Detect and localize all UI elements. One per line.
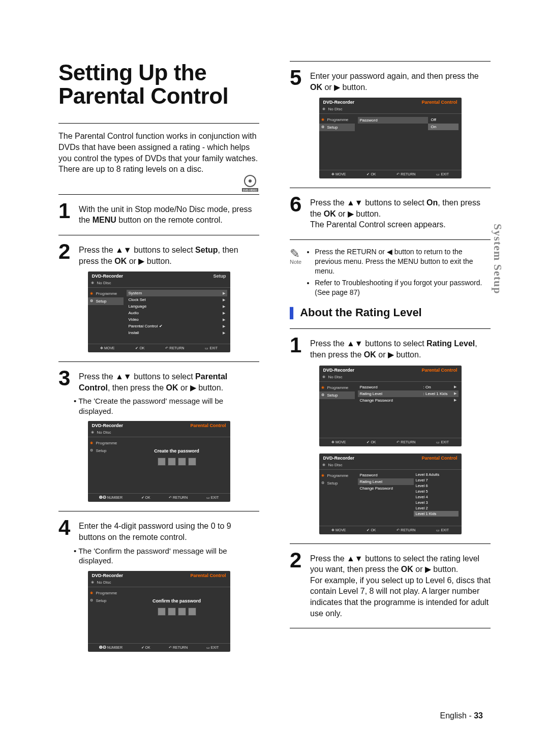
step-text: Enter the 4-digit password using the 0 t… <box>79 519 259 542</box>
step-number: 6 <box>290 195 305 230</box>
divider <box>58 123 259 124</box>
svg-point-1 <box>249 179 252 183</box>
osd-confirm-password: DVD-RecorderParental Control No Disc ◉Pr… <box>88 571 230 652</box>
page-title: Setting Up the Parental Control <box>58 61 259 108</box>
osd-setup-menu: DVD-RecorderSetup No Disc ◉Programme ⚙Se… <box>88 271 230 352</box>
divider <box>290 628 491 628</box>
divider <box>58 235 259 235</box>
divider <box>58 194 259 195</box>
osd-rating-level: DVD-RecorderParental Control No Disc ◉Pr… <box>319 366 462 446</box>
step-number: 2 <box>58 243 74 266</box>
step-number: 2 <box>290 551 305 619</box>
divider <box>290 239 491 240</box>
osd-password-onoff: DVD-RecorderParental Control No Disc ◉Pr… <box>319 98 462 178</box>
step-text: Press the ▲▼ buttons to select On, then … <box>310 195 491 230</box>
svg-text:DVD-VIDEO: DVD-VIDEO <box>243 188 257 191</box>
step-5: 5 Enter your password again, and then pr… <box>290 69 491 93</box>
step-text: Enter your password again, and then pres… <box>310 69 491 93</box>
step-text: With the unit in Stop mode/No Disc mode,… <box>79 202 259 226</box>
section-tab: System Setup <box>491 224 504 294</box>
step-text: Press the ▲▼ buttons to select Rating Le… <box>310 336 491 360</box>
right-column: 5 Enter your password again, and then pr… <box>290 61 491 659</box>
step-6: 6 Press the ▲▼ buttons to select On, the… <box>290 195 491 230</box>
osd-level-list: DVD-RecorderParental Control No Disc ◉Pr… <box>319 453 462 534</box>
about-step-1: 1 Press the ▲▼ buttons to select Rating … <box>290 336 491 360</box>
note-list: Press the RETURN or ◀ button to return t… <box>307 247 491 299</box>
step-text: Press the ▲▼ buttons to select the ratin… <box>310 551 491 619</box>
divider <box>58 361 259 362</box>
step-3-note: • The 'Create the password' message will… <box>79 396 259 416</box>
manual-page: Setting Up the Parental Control The Pare… <box>0 0 549 756</box>
step-4: 4 Enter the 4-digit password using the 0… <box>58 519 259 542</box>
footer-language: English <box>440 711 467 720</box>
step-number: 5 <box>290 69 305 93</box>
page-number: 33 <box>474 711 483 720</box>
step-text: Press the ▲▼ buttons to select Setup, th… <box>79 243 259 266</box>
step-4-note: • The 'Confirm the password' message wil… <box>79 546 259 566</box>
note-icon: ✎ <box>290 250 301 257</box>
about-step-2: 2 Press the ▲▼ buttons to select the rat… <box>290 551 491 619</box>
step-number: 1 <box>58 202 74 226</box>
subheading-about-rating: About the Rating Level <box>290 306 491 319</box>
two-column-layout: Setting Up the Parental Control The Pare… <box>58 61 491 659</box>
page-footer: English - 33 <box>440 711 483 720</box>
step-text: Press the ▲▼ buttons to select Parental … <box>79 369 259 393</box>
note-item: Refer to Troubleshooting if you forgot y… <box>315 278 491 297</box>
intro-paragraph: The Parental Control function works in c… <box>58 131 259 174</box>
left-column: Setting Up the Parental Control The Pare… <box>58 61 259 659</box>
step-2: 2 Press the ▲▼ buttons to select Setup, … <box>58 243 259 266</box>
osd-create-password: DVD-RecorderParental Control No Disc ◉Pr… <box>88 421 230 502</box>
divider <box>290 188 491 188</box>
note-item: Press the RETURN or ◀ button to return t… <box>315 247 491 276</box>
dvd-video-badge-icon: DVD-VIDEO <box>241 174 259 194</box>
step-1: 1 With the unit in Stop mode/No Disc mod… <box>58 202 259 226</box>
divider <box>290 543 491 544</box>
note-block: ✎ Note Press the RETURN or ◀ button to r… <box>290 247 491 299</box>
step-number: 4 <box>58 519 74 542</box>
step-3: 3 Press the ▲▼ buttons to select Parenta… <box>58 369 259 393</box>
step-number: 3 <box>58 369 74 393</box>
divider <box>290 328 491 329</box>
divider <box>58 511 259 511</box>
note-label: Note <box>290 258 301 266</box>
step-number: 1 <box>290 336 305 360</box>
divider <box>290 61 491 62</box>
